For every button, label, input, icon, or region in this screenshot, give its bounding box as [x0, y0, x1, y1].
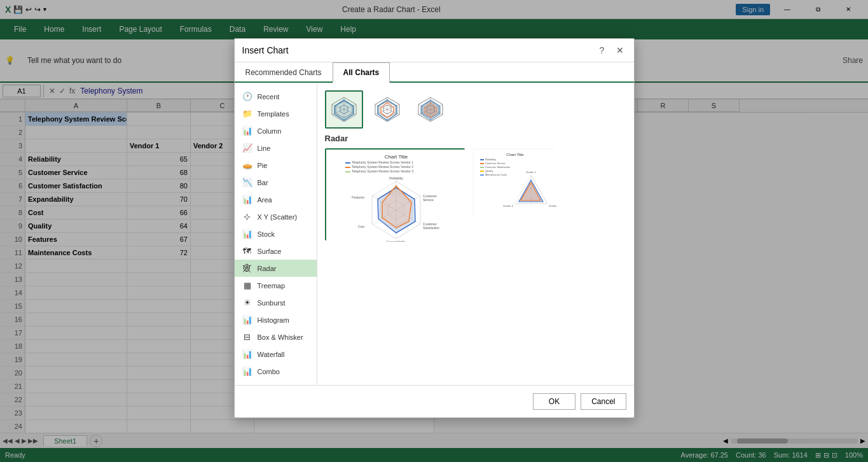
histogram-icon: 📊 — [242, 315, 252, 325]
tab-recommended-charts[interactable]: Recommended Charts — [235, 62, 333, 83]
sidebar-label-histogram: Histogram — [258, 316, 289, 324]
sidebar-item-waterfall[interactable]: 📊 Waterfall — [235, 346, 317, 363]
stock-icon: 📊 — [242, 229, 252, 239]
dialog-close-button[interactable]: ✕ — [614, 44, 626, 57]
svg-rect-50 — [480, 163, 484, 164]
svg-text:Telephony System Review Scores: Telephony System Review Scores Vendor 2 — [352, 165, 413, 169]
recent-icon: 🕐 — [242, 92, 252, 101]
pie-icon: 🥧 — [242, 160, 252, 170]
sidebar-label-column: Column — [258, 127, 282, 135]
sidebar-label-xy: X Y (Scatter) — [258, 213, 298, 221]
sidebar-item-box[interactable]: ⊟ Box & Whisker — [235, 328, 317, 346]
cancel-button[interactable]: Cancel — [581, 393, 626, 410]
sidebar-label-waterfall: Waterfall — [258, 351, 285, 358]
sidebar-item-recent[interactable]: 🕐 Recent — [235, 88, 317, 105]
svg-text:Maintenance Costs: Maintenance Costs — [485, 173, 507, 176]
svg-text:Vendor 3: Vendor 3 — [549, 204, 556, 207]
svg-rect-54 — [480, 171, 484, 172]
svg-text:Chart Title: Chart Title — [384, 154, 408, 160]
area-icon: 📊 — [242, 195, 252, 204]
svg-text:Reliability: Reliability — [485, 158, 496, 161]
sidebar-item-combo[interactable]: 📊 Combo — [235, 363, 317, 380]
insert-chart-dialog: Insert Chart ? ✕ Recommended Charts All … — [234, 38, 635, 418]
svg-rect-56 — [480, 174, 484, 176]
sidebar-item-stock[interactable]: 📊 Stock — [235, 225, 317, 242]
svg-text:Expandability: Expandability — [387, 240, 406, 242]
line-icon: 📈 — [242, 143, 252, 153]
xy-icon: ⊹ — [242, 212, 252, 221]
dialog-sidebar: 🕐 Recent 📁 Templates 📊 Column 📈 Line 🥧 — [235, 83, 317, 385]
templates-icon: 📁 — [242, 109, 252, 118]
chart-previews-row: Chart Title Telephony System Review Scor… — [325, 148, 626, 241]
dialog-overlay: Insert Chart ? ✕ Recommended Charts All … — [0, 0, 868, 462]
radar-icon-svg-1 — [329, 95, 359, 124]
dialog-help-button[interactable]: ? — [596, 44, 609, 57]
sidebar-label-combo: Combo — [258, 368, 280, 375]
chart-type-label: Radar — [325, 134, 626, 143]
sidebar-label-radar: Radar — [258, 265, 277, 272]
sidebar-item-area[interactable]: 📊 Area — [235, 191, 317, 208]
sidebar-item-radar[interactable]: 🕸 Radar — [235, 260, 317, 277]
bar-icon: 📉 — [242, 178, 252, 187]
sunburst-icon: ☀ — [242, 298, 252, 307]
sidebar-item-bar[interactable]: 📉 Bar — [235, 174, 317, 191]
sidebar-item-column[interactable]: 📊 Column — [235, 122, 317, 139]
combo-icon: 📊 — [242, 367, 252, 376]
box-icon: ⊟ — [242, 332, 252, 342]
waterfall-icon: 📊 — [242, 349, 252, 359]
treemap-icon: ▦ — [242, 281, 252, 290]
radar-type-1[interactable] — [325, 90, 363, 129]
sidebar-item-pie[interactable]: 🥧 Pie — [235, 157, 317, 174]
sidebar-label-pie: Pie — [258, 162, 268, 169]
sidebar-item-templates[interactable]: 📁 Templates — [235, 105, 317, 122]
svg-text:Telephony System Review Scores: Telephony System Review Scores Vendor 3 — [352, 169, 413, 173]
svg-rect-48 — [480, 159, 484, 160]
sidebar-label-surface: Surface — [258, 248, 282, 255]
svg-text:Vendor 1: Vendor 1 — [525, 171, 536, 174]
dialog-footer: OK Cancel — [235, 385, 634, 417]
chart-preview-svg-small: Chart Title Reliability Customer Service… — [474, 150, 556, 220]
dialog-content: Radar Chart Title Telephony System Revie… — [317, 83, 634, 385]
svg-rect-24 — [345, 162, 350, 164]
sidebar-label-bar: Bar — [258, 179, 268, 186]
svg-text:Customer Satisfaction: Customer Satisfaction — [485, 165, 510, 169]
chart-preview-svg-large: Chart Title Telephony System Review Scor… — [326, 150, 466, 242]
radar-type-3[interactable] — [411, 90, 450, 129]
svg-text:Quality: Quality — [485, 169, 493, 172]
sidebar-item-xy[interactable]: ⊹ X Y (Scatter) — [235, 208, 317, 225]
svg-text:Customer Service: Customer Service — [485, 162, 506, 165]
svg-text:Service: Service — [423, 198, 434, 202]
svg-rect-52 — [480, 167, 484, 168]
svg-text:Cost: Cost — [357, 225, 364, 228]
sidebar-label-sunburst: Sunburst — [258, 299, 286, 307]
tab-all-charts[interactable]: All Charts — [333, 62, 390, 83]
sidebar-item-sunburst[interactable]: ☀ Sunburst — [235, 294, 317, 311]
sidebar-label-templates: Templates — [258, 110, 289, 118]
chart-type-icons-row — [325, 90, 626, 129]
svg-text:Chart Title: Chart Title — [506, 153, 524, 157]
radar-icon-svg-2 — [373, 95, 402, 124]
svg-rect-26 — [345, 167, 350, 168]
sidebar-item-histogram[interactable]: 📊 Histogram — [235, 311, 317, 328]
svg-text:Vendor 2: Vendor 2 — [502, 204, 513, 207]
dialog-tabs: Recommended Charts All Charts — [235, 62, 634, 83]
ok-button[interactable]: OK — [533, 393, 575, 410]
radar-type-2[interactable] — [368, 90, 406, 129]
sidebar-label-treemap: Treemap — [258, 282, 286, 290]
radar-icon-svg-3 — [416, 95, 445, 124]
chart-preview-small[interactable]: Chart Title Reliability Customer Service… — [472, 148, 555, 218]
dialog-title-icons: ? ✕ — [596, 44, 626, 57]
dialog-body: 🕐 Recent 📁 Templates 📊 Column 📈 Line 🥧 — [235, 83, 634, 385]
sidebar-item-line[interactable]: 📈 Line — [235, 139, 317, 157]
sidebar-label-line: Line — [258, 144, 271, 152]
sidebar-item-treemap[interactable]: ▦ Treemap — [235, 277, 317, 294]
svg-rect-28 — [345, 171, 350, 172]
svg-text:Telephony System Review Scores: Telephony System Review Scores Vendor 1 — [352, 160, 413, 164]
svg-text:Features: Features — [352, 195, 364, 199]
sidebar-label-area: Area — [258, 196, 272, 204]
svg-text:Satisfaction: Satisfaction — [423, 226, 439, 230]
sidebar-item-surface[interactable]: 🗺 Surface — [235, 242, 317, 260]
chart-preview-large[interactable]: Chart Title Telephony System Review Scor… — [325, 148, 465, 241]
sidebar-label-stock: Stock — [258, 230, 275, 238]
radar-icon: 🕸 — [242, 263, 252, 273]
